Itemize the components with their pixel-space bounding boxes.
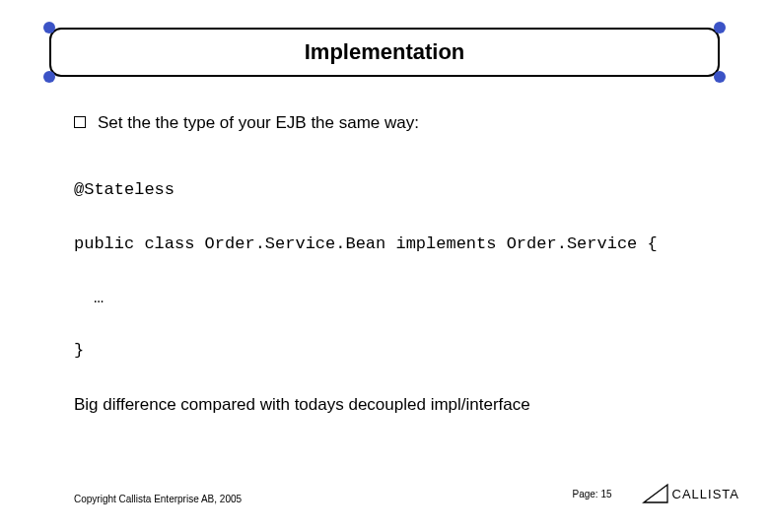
decorative-dot (714, 71, 726, 83)
svg-marker-0 (644, 485, 667, 502)
logo-text: CALLISTA (672, 487, 739, 501)
bullet-item: Set the the type of your EJB the same wa… (74, 113, 739, 133)
footer: Copyright Callista Enterprise AB, 2005 P… (74, 483, 739, 504)
callista-logo: CALLISTA (642, 483, 739, 504)
logo-triangle-icon (642, 483, 669, 504)
slide-title: Implementation (305, 39, 465, 65)
decorative-dot (43, 71, 55, 83)
copyright-text: Copyright Callista Enterprise AB, 2005 (74, 494, 242, 504)
slide-content: Set the the type of your EJB the same wa… (74, 113, 739, 415)
decorative-dot (43, 22, 55, 33)
square-bullet-icon (74, 116, 86, 128)
title-bar: Implementation (49, 28, 720, 77)
decorative-dot (714, 22, 726, 33)
code-line: … (74, 289, 739, 307)
note-text: Big difference compared with todays deco… (74, 395, 739, 415)
page-number: Page: 15 (573, 489, 612, 499)
code-line: } (74, 341, 739, 360)
code-line: @Stateless (74, 180, 739, 199)
bullet-text: Set the the type of your EJB the same wa… (98, 113, 419, 133)
code-line: public class Order.Service.Bean implemen… (74, 234, 739, 253)
footer-right: Page: 15 CALLISTA (573, 483, 740, 504)
